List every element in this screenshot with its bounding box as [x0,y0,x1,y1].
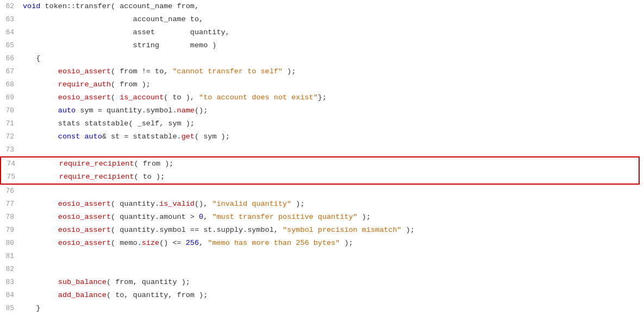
code-line: 67 eosio_assert( from != to, "cannot tra… [0,65,644,78]
code-token: "to account does not exist" [199,93,318,102]
code-token: stats statstable( _self, sym ); [23,119,195,128]
code-token: sub_balance [58,278,107,286]
line-content: add_balance( to, quantity, from ); [23,289,644,302]
code-token: 0 [199,213,203,221]
line-content: string memo ) [23,39,644,52]
code-token: require_recipient [59,173,134,181]
code-line: 84 add_balance( to, quantity, from ); [0,289,644,302]
code-token [23,132,58,141]
line-content: stats statstable( _self, sym ); [23,117,644,130]
code-token: ( quantity. [111,200,159,208]
code-line: 69 eosio_assert( is_account( to ), "to a… [0,91,644,104]
code-token: sym = quantity.symbol. [76,106,177,115]
code-token: ); [358,213,371,221]
code-token: ( from ); [134,160,174,168]
code-token: require_recipient [59,160,134,168]
line-number: 68 [0,78,23,91]
line-content: } [23,302,644,315]
code-line: 76 [0,185,644,198]
code-token: & st = statstable. [102,132,182,141]
code-token: ( to, quantity, from ); [107,291,208,299]
line-content: sub_balance( from, quantity ); [23,276,644,289]
code-token: get [182,132,195,141]
code-line: 74 require_recipient( from ); [1,157,639,171]
line-number: 73 [0,143,23,156]
code-token: const [58,132,80,141]
code-line: 73 [0,143,644,156]
code-token: eosio_assert [58,226,111,234]
code-token [23,239,58,247]
code-token: require_auth [58,80,111,89]
line-content: eosio_assert( quantity.is_valid(), "inva… [23,198,644,211]
code-token: ); [402,226,415,234]
code-token: eosio_assert [58,239,111,247]
line-number: 81 [0,250,23,263]
line-number: 79 [0,224,23,237]
line-number: 75 [1,171,24,184]
code-token [23,93,58,102]
line-content: const auto& st = statstable.get( sym ); [23,130,644,143]
code-token: () <= [159,239,186,247]
code-line: 71 stats statstable( _self, sym ); [0,117,644,130]
code-editor: 62void token::transfer( account_name fro… [0,0,644,322]
code-token: ( sym ); [195,132,230,141]
line-number: 72 [0,130,23,143]
code-token: eosio_assert [58,200,111,208]
code-token: ); [291,200,304,208]
code-token: ( quantity.symbol == st.supply.symbol, [111,226,283,234]
line-content: eosio_assert( memo.size() <= 256, "memo … [23,237,644,250]
code-token: asset quantity, [23,28,230,36]
line-content: { [23,52,644,65]
line-number: 74 [1,157,24,171]
code-line: 82 [0,263,644,276]
code-token: string memo ) [23,41,216,49]
code-token: (); [195,106,208,115]
code-token [23,80,58,89]
line-content: require_recipient( to ); [24,171,639,184]
line-content: auto sym = quantity.symbol.name(); [23,104,644,117]
line-number: 82 [0,263,23,276]
code-token: ( from != to, [111,67,172,75]
code-line: 85 } [0,302,644,315]
code-token [23,200,58,208]
code-line: 80 eosio_assert( memo.size() <= 256, "me… [0,237,644,250]
code-token: size [142,239,159,247]
code-line: 64 asset quantity, [0,26,644,39]
code-line: 70 auto sym = quantity.symbol.name(); [0,104,644,117]
code-line: 77 eosio_assert( quantity.is_valid(), "i… [0,198,644,211]
code-token: add_balance [58,291,107,299]
code-token: ( to ), [164,93,199,102]
code-token: } [23,304,40,312]
code-token: ( [111,93,120,102]
code-token: eosio_assert [58,67,111,75]
code-token: }; [318,93,327,102]
code-line: 62void token::transfer( account_name fro… [0,0,644,13]
code-token [23,213,58,221]
code-token: void [23,2,45,10]
line-number: 80 [0,237,23,250]
code-token: ( quantity.amount > [111,213,199,221]
code-token [24,160,59,168]
code-token: , [203,213,212,221]
code-line: 79 eosio_assert( quantity.symbol == st.s… [0,224,644,237]
code-token: 256 [186,239,199,247]
code-token: ( from ); [111,80,151,89]
line-content: account_name to, [23,13,644,26]
line-content: eosio_assert( quantity.symbol == st.supp… [23,224,644,237]
code-token: "memo has more than 256 bytes" [208,239,340,247]
line-number: 78 [0,211,23,224]
code-token: account_name to, [23,15,203,23]
line-number: 65 [0,39,23,52]
code-token: ); [283,67,296,75]
line-content: eosio_assert( is_account( to ), "to acco… [23,91,644,104]
line-number: 83 [0,276,23,289]
code-line: 75 require_recipient( to ); [1,171,639,184]
code-token [23,226,58,234]
code-line: 81 [0,250,644,263]
code-token [24,173,59,181]
code-token: ( from, quantity ); [107,278,190,286]
code-token: , [199,239,208,247]
line-number: 63 [0,13,23,26]
code-token: eosio_assert [58,93,111,102]
code-line: 72 const auto& st = statstable.get( sym … [0,130,644,143]
